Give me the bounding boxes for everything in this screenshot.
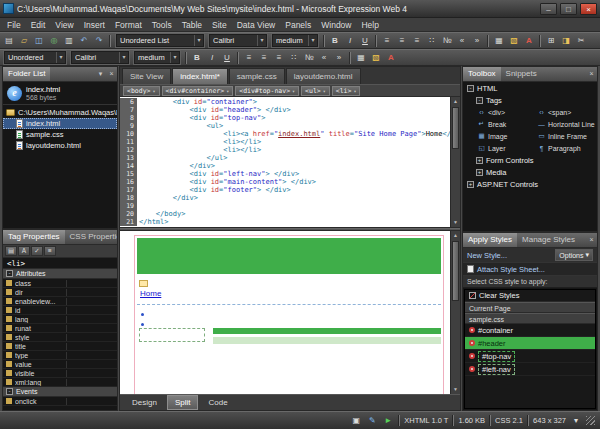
toolbox-item-horizontal-line[interactable]: —Horizontal Line	[537, 118, 597, 130]
tab-manage-styles[interactable]: Manage Styles	[517, 233, 580, 247]
style-item-top-nav[interactable]: #top-nav	[465, 350, 595, 363]
font-size-combo-2[interactable]: medium▾	[134, 51, 180, 64]
undo-icon[interactable]: ↶	[77, 34, 91, 47]
menu-data-view[interactable]: Data View	[232, 18, 281, 32]
scroll-down-icon[interactable]: ▼	[451, 218, 460, 227]
font-combo[interactable]: Calibri▾	[209, 34, 267, 47]
tag-chip-li[interactable]: <li>▾	[332, 86, 361, 96]
align-center-icon[interactable]: ≡	[257, 51, 271, 64]
font-combo-2[interactable]: Calibri▾	[71, 51, 129, 64]
code-scrollbar[interactable]: ▲ ▼	[450, 97, 460, 227]
tab-tag-properties[interactable]: Tag Properties	[3, 230, 65, 244]
style-item-container[interactable]: #container	[465, 324, 595, 337]
design-view-button[interactable]: Design	[124, 395, 165, 410]
italic-icon[interactable]: I	[205, 51, 219, 64]
tag-chip-container[interactable]: <div#container>▾	[162, 86, 234, 96]
expand-icon[interactable]: +	[476, 169, 483, 176]
attributes-section-header[interactable]: -Attributes	[3, 269, 117, 279]
toolbox-item-paragraph[interactable]: ¶Paragraph	[537, 142, 597, 154]
align-right-icon[interactable]: ≡	[272, 51, 286, 64]
menu-panels[interactable]: Panels	[280, 18, 316, 32]
tab-layoutdemo-html[interactable]: layoutdemo.html	[286, 68, 361, 84]
maximize-button[interactable]: □	[560, 3, 577, 15]
menu-help[interactable]: Help	[356, 18, 383, 32]
style-item-header[interactable]: #header	[465, 337, 595, 350]
menu-format[interactable]: Format	[110, 18, 147, 32]
open-folder-icon[interactable]: ▱	[17, 34, 31, 47]
chevron-down-icon[interactable]: ▾	[570, 416, 582, 425]
insert-table-icon[interactable]: ⊞	[544, 34, 558, 47]
align-left-icon[interactable]: ≡	[242, 51, 256, 64]
browser-preview-icon[interactable]: ◎	[47, 34, 61, 47]
bullet-list-icon[interactable]: ∷	[425, 34, 439, 47]
tab-apply-styles[interactable]: Apply Styles	[463, 233, 517, 247]
font-color-icon[interactable]: A	[384, 51, 398, 64]
code-line[interactable]: 20 </body>	[120, 210, 460, 218]
underline-icon[interactable]: U	[220, 51, 234, 64]
code-line[interactable]: 12 <li></li>	[120, 146, 460, 154]
expand-icon[interactable]: +	[476, 157, 483, 164]
group-sample-css[interactable]: sample.css	[465, 313, 595, 324]
toolbox-section-html[interactable]: -HTML	[463, 82, 597, 94]
style-item-left-nav[interactable]: #left-nav	[465, 363, 595, 376]
menu-insert[interactable]: Insert	[79, 18, 110, 32]
outdent-icon[interactable]: «	[317, 51, 331, 64]
indent-icon[interactable]: »	[470, 34, 484, 47]
split-view-button[interactable]: Split	[167, 395, 199, 410]
new-document-icon[interactable]: ▤	[2, 34, 16, 47]
doctype-indicator[interactable]: XHTML 1.0 T	[404, 416, 448, 425]
underline-icon[interactable]: U	[358, 34, 372, 47]
tag-chip-top-nav[interactable]: <div#top-nav>▾	[235, 86, 299, 96]
scroll-up-icon[interactable]: ▲	[451, 231, 460, 240]
design-scrollbar[interactable]: ▲ ▼	[450, 231, 460, 394]
borders-icon[interactable]: ▦	[354, 51, 368, 64]
bullet-list-icon[interactable]: ∷	[287, 51, 301, 64]
code-line[interactable]: 13 </ul>	[120, 154, 460, 162]
events-section-header[interactable]: -Events	[3, 387, 117, 397]
toolbox-group-tags[interactable]: -Tags	[463, 94, 597, 106]
collapse-icon[interactable]: -	[467, 85, 474, 92]
minimize-button[interactable]: –	[540, 3, 557, 15]
attach-style-sheet-link[interactable]: Attach Style Sheet...	[477, 265, 545, 274]
css-schema-indicator[interactable]: CSS 2.1	[495, 416, 523, 425]
toolbox-item-span[interactable]: ‹›<span>	[537, 106, 597, 118]
show-set-properties-icon[interactable]: ✓	[31, 246, 43, 256]
attribute-row[interactable]: id	[3, 306, 117, 315]
attribute-row[interactable]: dir	[3, 288, 117, 297]
code-view-button[interactable]: Code	[200, 395, 235, 410]
code-line[interactable]: 18 </div>	[120, 194, 460, 202]
tree-item-layoutdemo[interactable]: layoutdemo.html	[3, 140, 117, 151]
collapse-icon[interactable]: -	[6, 270, 13, 277]
tag-chip-body[interactable]: <body>▾	[123, 86, 160, 96]
style-application-icon[interactable]: ✎	[366, 416, 378, 425]
tab-index-html[interactable]: index.html*	[172, 68, 228, 84]
code-line[interactable]: 15 <div id="left-nav"> </div>	[120, 170, 460, 178]
highlight-icon[interactable]: ▧	[369, 51, 383, 64]
expand-icon[interactable]: +	[467, 181, 474, 188]
menu-window[interactable]: Window	[316, 18, 356, 32]
code-line[interactable]: 7 <div id="header"> </div>	[120, 106, 460, 114]
tab-sample-css[interactable]: sample.css	[229, 68, 285, 84]
highlight-icon[interactable]: ▧	[507, 34, 521, 47]
scrollbar-thumb[interactable]	[452, 107, 459, 149]
redo-icon[interactable]: ↷	[92, 34, 106, 47]
toolbox-item-image[interactable]: ▦Image	[477, 130, 537, 142]
code-line[interactable]: 6 <div id="container">	[120, 98, 460, 106]
code-line[interactable]: 19	[120, 202, 460, 210]
toolbox-section-media[interactable]: +Media	[463, 166, 597, 178]
attribute-row[interactable]: value	[3, 360, 117, 369]
left-nav-block[interactable]	[139, 328, 205, 342]
main-content-block[interactable]	[213, 337, 441, 344]
panel-menu-icon[interactable]: ▾	[95, 67, 106, 81]
code-line[interactable]: 8 <div id="top-nav">	[120, 114, 460, 122]
close-button[interactable]: ×	[580, 3, 597, 15]
page-size-indicator[interactable]: 643 x 327	[533, 416, 566, 425]
italic-icon[interactable]: I	[343, 34, 357, 47]
toolbox-item-break[interactable]: ↵Break	[477, 118, 537, 130]
menu-edit[interactable]: Edit	[26, 18, 51, 32]
tag-chip-ul[interactable]: <ul>▾	[301, 86, 330, 96]
summary-view-icon[interactable]: ≡	[44, 246, 56, 256]
resize-grip[interactable]	[586, 416, 595, 425]
attribute-row[interactable]: runat	[3, 324, 117, 333]
attribute-row[interactable]: class	[3, 279, 117, 288]
